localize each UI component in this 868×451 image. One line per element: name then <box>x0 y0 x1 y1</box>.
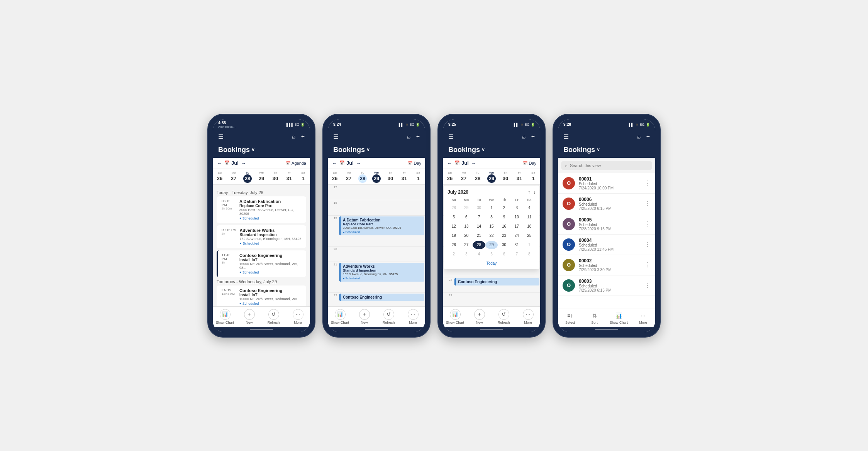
nav-month-3[interactable]: 📅 Jul <box>454 160 469 166</box>
add-icon-4[interactable]: + <box>646 133 650 140</box>
nav-next-1[interactable]: → <box>241 160 246 166</box>
day-mo-2[interactable]: Mo27 <box>342 171 356 183</box>
nav-prev-3[interactable]: ← <box>447 160 452 166</box>
app-title-4[interactable]: Bookings ∨ <box>563 146 650 154</box>
new-btn-1[interactable]: + New <box>237 309 261 324</box>
day-tu-2[interactable]: Tu28 <box>356 171 370 183</box>
cal-day[interactable]: 8 <box>485 213 498 221</box>
cal-day[interactable]: 28 <box>448 204 460 212</box>
cal-day[interactable]: 3 <box>460 250 473 258</box>
nav-view-2[interactable]: 📅 Day <box>408 161 421 166</box>
list-item-1[interactable]: O 00001 Scheduled 7/24/2020 10:00 PM ⋮ <box>558 173 655 194</box>
day-fr-1[interactable]: Fr31 <box>282 171 296 183</box>
nav-view-3[interactable]: 📅 Day <box>523 161 536 166</box>
cal-day-selected[interactable]: 28 <box>473 241 485 249</box>
search-icon-3[interactable]: ⌕ <box>522 133 526 140</box>
day-sa-2[interactable]: Sa1 <box>411 171 425 183</box>
app-title-3[interactable]: Bookings ∨ <box>448 146 535 154</box>
day-th-1[interactable]: Th30 <box>268 171 282 183</box>
item-more-2[interactable]: ⋮ <box>644 200 651 207</box>
refresh-btn-1[interactable]: ↺ Refresh <box>261 309 286 324</box>
cal-day[interactable]: 31 <box>510 241 523 249</box>
more-btn-4[interactable]: ··· More <box>631 311 655 324</box>
cal-day[interactable]: 8 <box>523 250 536 258</box>
cal-day[interactable]: 5 <box>485 250 498 258</box>
nav-next-3[interactable]: → <box>471 160 476 166</box>
cal-day[interactable]: 26 <box>448 241 460 249</box>
item-more-4[interactable]: ⋮ <box>644 241 651 248</box>
cal-day[interactable]: 22 <box>485 231 498 240</box>
list-item-6[interactable]: O 00003 Scheduled 7/29/2020 6:15 PM ⋮ <box>558 275 655 296</box>
nav-month-2[interactable]: 📅 Jul <box>339 160 354 166</box>
cal-day[interactable]: 6 <box>498 250 510 258</box>
cal-day[interactable]: 4 <box>523 204 536 212</box>
app-title-2[interactable]: Bookings ∨ <box>333 146 420 154</box>
day-we-3[interactable]: We29 <box>485 171 498 183</box>
refresh-btn-3[interactable]: ↺ Refresh <box>492 309 516 324</box>
add-icon-2[interactable]: + <box>416 133 420 140</box>
cal-day[interactable]: 21 <box>473 231 485 240</box>
event-block-2-p3[interactable]: Contoso Engineering <box>454 278 539 285</box>
cal-day[interactable]: 16 <box>498 222 510 231</box>
day-fr-2[interactable]: Fr31 <box>397 171 411 183</box>
search-icon-2[interactable]: ⌕ <box>407 133 411 140</box>
nav-prev-2[interactable]: ← <box>332 160 337 166</box>
day-fr-3[interactable]: Fr31 <box>512 171 526 183</box>
day-th-2[interactable]: Th30 <box>383 171 397 183</box>
list-item-2[interactable]: O 00006 Scheduled 7/28/2020 6:15 PM ⋮ <box>558 194 655 214</box>
list-item-3[interactable]: O 00005 Scheduled 7/28/2020 9:15 PM ⋮ <box>558 214 655 235</box>
agenda-item-1[interactable]: 06:15 PM2h 30m A Datum Fabrication Repla… <box>217 196 306 223</box>
nav-prev-1[interactable]: ← <box>217 160 222 166</box>
cal-day[interactable]: 14 <box>473 222 485 231</box>
day-mo-3[interactable]: Mo27 <box>457 171 471 183</box>
list-item-4[interactable]: O 00004 Scheduled 7/28/2020 11:45 PM ⋮ <box>558 235 655 255</box>
cal-day[interactable]: 5 <box>448 213 460 221</box>
show-chart-btn-1[interactable]: 📊 Show Chart <box>213 309 237 324</box>
cal-day[interactable]: 19 <box>448 231 460 240</box>
more-btn-2[interactable]: ··· More <box>401 309 425 324</box>
event-block-1-p2[interactable]: A Datum Fabrication Replace Core Part 30… <box>339 216 424 235</box>
cal-day[interactable]: 30 <box>473 204 485 212</box>
menu-icon-4[interactable]: ☰ <box>563 133 569 140</box>
cal-day[interactable]: 24 <box>510 231 523 240</box>
search-input-4[interactable] <box>570 163 648 168</box>
show-chart-btn-4[interactable]: 📊 Show Chart <box>607 311 631 324</box>
cal-day-range[interactable]: 29 <box>485 241 498 249</box>
cal-day[interactable]: 6 <box>460 213 473 221</box>
day-sa-1[interactable]: Sa1 <box>296 171 310 183</box>
new-btn-3[interactable]: + New <box>467 309 492 324</box>
app-title-1[interactable]: Bookings ∨ <box>218 146 305 154</box>
cal-day[interactable]: 30 <box>498 241 510 249</box>
agenda-item-2[interactable]: 09:15 PM2h Adventure Works Standard Insp… <box>217 225 306 248</box>
event-block-2-p2[interactable]: Adventure Works Standard Inspection 162 … <box>339 263 424 282</box>
search-icon-1[interactable]: ⌕ <box>292 133 296 140</box>
cal-day[interactable]: 23 <box>498 231 510 240</box>
cal-day[interactable]: 27 <box>460 241 473 249</box>
sort-btn-4[interactable]: ⇅ Sort <box>582 311 607 324</box>
cal-day[interactable]: 1 <box>523 241 536 249</box>
show-chart-btn-2[interactable]: 📊 Show Chart <box>328 309 352 324</box>
cal-day[interactable]: 17 <box>510 222 523 231</box>
new-btn-2[interactable]: + New <box>352 309 376 324</box>
event-block-3-p2[interactable]: Contoso Engineering <box>339 294 424 301</box>
day-we-2[interactable]: We29 <box>370 171 383 183</box>
item-more-6[interactable]: ⋮ <box>644 282 651 289</box>
cal-day[interactable]: 4 <box>473 250 485 258</box>
search-bar-4[interactable]: ⌕ <box>561 161 652 170</box>
nav-view-1[interactable]: 📅 Agenda <box>286 161 306 166</box>
day-su-2[interactable]: Su26 <box>328 171 342 183</box>
cal-day[interactable]: 25 <box>523 231 536 240</box>
cal-day[interactable]: 9 <box>498 213 510 221</box>
more-btn-1[interactable]: ··· More <box>286 309 310 324</box>
select-btn-4[interactable]: ≡↑ Select <box>558 311 582 324</box>
day-tu-3[interactable]: Tu28 <box>471 171 485 183</box>
calendar-popup[interactable]: July 2020 ↑ ↓ Su Mo Tu We Th <box>444 186 539 269</box>
nav-next-2[interactable]: → <box>356 160 361 166</box>
cal-day[interactable]: 13 <box>460 222 473 231</box>
refresh-btn-2[interactable]: ↺ Refresh <box>376 309 401 324</box>
menu-icon-1[interactable]: ☰ <box>218 133 224 140</box>
list-item-5[interactable]: O 00002 Scheduled 7/29/2020 3:30 PM ⋮ <box>558 255 655 275</box>
item-more-3[interactable]: ⋮ <box>644 220 651 228</box>
cal-nav-up[interactable]: ↑ <box>528 189 530 195</box>
day-th-3[interactable]: Th30 <box>498 171 512 183</box>
